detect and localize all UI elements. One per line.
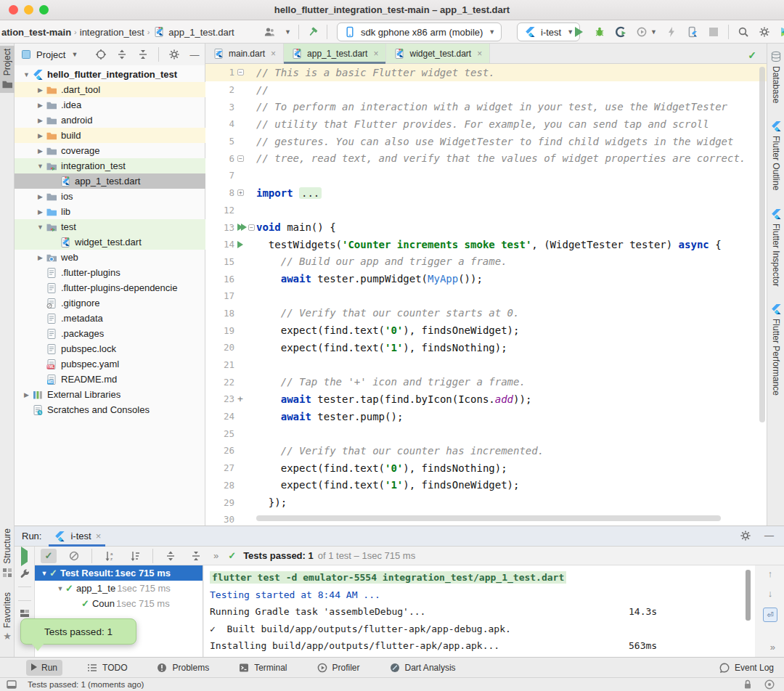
lock-icon[interactable] bbox=[742, 679, 754, 690]
hide-panel-icon[interactable]: — bbox=[189, 49, 199, 60]
highlight-level-icon[interactable] bbox=[764, 679, 775, 690]
fold-marker-icon[interactable]: − bbox=[237, 69, 244, 75]
chevron-down-icon[interactable]: ▼ bbox=[285, 28, 291, 36]
sort-by-duration-icon[interactable] bbox=[127, 549, 143, 563]
project-tree-item[interactable]: ▼test bbox=[15, 219, 205, 234]
collapse-all-icon[interactable] bbox=[188, 549, 204, 563]
project-tree-item[interactable]: .flutter-plugins bbox=[15, 265, 205, 280]
code-line-13[interactable]: 13−void main() { bbox=[205, 218, 767, 236]
flutter-attach-icon[interactable] bbox=[686, 25, 699, 38]
project-tree-item[interactable]: ▶.dart_tool bbox=[15, 82, 205, 97]
code-line-26[interactable]: 26 // Verify that our counter has increm… bbox=[205, 442, 767, 459]
project-tree-item[interactable]: pubspec.lock bbox=[15, 341, 205, 356]
tool-window-button-flutter-performance[interactable]: Flutter Performance bbox=[767, 296, 784, 406]
project-tree-item[interactable]: ▶build bbox=[15, 128, 205, 143]
close-window-icon[interactable] bbox=[9, 5, 18, 15]
fold-marker-icon[interactable]: − bbox=[237, 155, 244, 162]
tree-collapse-arrow[interactable]: ▼ bbox=[22, 71, 31, 78]
tool-window-button-dart-analysis[interactable]: Dart Analysis bbox=[384, 660, 461, 676]
tool-window-switcher-icon[interactable] bbox=[6, 679, 17, 690]
tree-expand-arrow[interactable]: ▶ bbox=[36, 254, 45, 261]
code-line-22[interactable]: 22 // Tap the '+' icon and trigger a fra… bbox=[205, 373, 767, 391]
code-line-6[interactable]: 6−// tree, read text, and verify that th… bbox=[205, 150, 767, 167]
code-line-15[interactable]: 15 // Build our app and trigger a frame. bbox=[205, 253, 767, 271]
project-tree-item[interactable]: .metadata bbox=[15, 311, 205, 326]
project-tree-item[interactable]: ▶android bbox=[15, 113, 205, 128]
test-tree-item[interactable]: ✓Coun1sec 715 ms bbox=[35, 596, 203, 611]
tool-window-button-project[interactable]: Project bbox=[0, 46, 15, 93]
chevron-down-icon[interactable]: ▼ bbox=[650, 28, 657, 36]
project-tree-item[interactable]: .packages bbox=[15, 326, 205, 341]
code-line-16[interactable]: 16 await tester.pumpWidget(MyApp()); bbox=[205, 270, 767, 287]
project-tree-item[interactable]: ▼integration_test bbox=[15, 158, 205, 173]
project-tree-item[interactable]: ▶.idea bbox=[15, 97, 205, 113]
show-ignored-icon[interactable] bbox=[66, 549, 82, 563]
tree-collapse-arrow[interactable]: ▼ bbox=[55, 585, 65, 592]
settings-gear-icon[interactable] bbox=[758, 25, 771, 38]
code-line-27[interactable]: 27 expect(find.text('0'), findsNothing); bbox=[205, 459, 767, 477]
tool-window-button-favorites[interactable]: Favorites ★ bbox=[0, 589, 15, 645]
tree-collapse-arrow[interactable]: ▼ bbox=[36, 163, 45, 170]
tree-expand-arrow[interactable]: ▶ bbox=[36, 208, 45, 216]
run-config-selector[interactable]: i-test ▼ bbox=[517, 23, 580, 41]
scroll-up-icon[interactable]: ↑ bbox=[768, 568, 773, 579]
editor-vertical-scrollbar[interactable] bbox=[759, 67, 765, 422]
code-line-14[interactable]: 14 testWidgets('Counter increments smoke… bbox=[205, 236, 767, 253]
locate-file-icon[interactable] bbox=[95, 49, 107, 60]
project-tree-item[interactable]: ▶External Libraries bbox=[15, 387, 205, 402]
code-line-12[interactable]: 12 bbox=[205, 202, 767, 219]
hide-panel-icon[interactable]: — bbox=[764, 530, 774, 541]
editor-horizontal-scrollbar[interactable] bbox=[256, 515, 721, 521]
gear-icon[interactable] bbox=[168, 49, 180, 60]
soft-wrap-icon[interactable]: ⏎ bbox=[763, 608, 777, 622]
code-line-24[interactable]: 24 await tester.pump(); bbox=[205, 408, 767, 425]
collapse-all-icon[interactable] bbox=[137, 49, 149, 60]
sort-alphabetically-icon[interactable]: az bbox=[102, 549, 118, 563]
scroll-down-icon[interactable]: ↓ bbox=[768, 588, 773, 599]
editor-tab-widget_test-dart[interactable]: widget_test.dart× bbox=[386, 44, 490, 63]
tests-passed-balloon[interactable]: Tests passed: 1 bbox=[20, 618, 136, 645]
device-selector[interactable]: sdk gphone x86 arm (mobile) ▼ bbox=[337, 23, 502, 41]
breadcrumb-project[interactable]: ation_test-main bbox=[1, 27, 71, 38]
project-tree-item[interactable]: ▼hello_flutter_integration_test bbox=[15, 67, 205, 82]
test-tree-item[interactable]: ▼✓app_1_te1sec 715 ms bbox=[35, 581, 203, 596]
tool-window-button-event-log[interactable]: Event Log bbox=[719, 662, 774, 674]
tree-expand-arrow[interactable]: ▶ bbox=[36, 86, 45, 94]
show-passed-icon[interactable]: ✓ bbox=[41, 549, 57, 563]
run-console[interactable]: flutter test -d emulator-5554 integratio… bbox=[204, 565, 755, 657]
more-actions-icon[interactable]: » bbox=[213, 550, 219, 561]
project-tree-item[interactable]: ▶web bbox=[15, 250, 205, 265]
console-more-icon[interactable]: » bbox=[770, 642, 775, 653]
minimize-window-icon[interactable] bbox=[24, 5, 33, 15]
stop-button[interactable] bbox=[707, 25, 720, 38]
code-line-2[interactable]: 2// bbox=[205, 81, 767, 99]
editor-tab-app_1_test-dart[interactable]: app_1_test.dart× bbox=[284, 44, 386, 63]
code-line-25[interactable]: 25 bbox=[205, 425, 767, 442]
tree-expand-arrow[interactable]: ▶ bbox=[22, 391, 31, 398]
project-tree-item[interactable]: ▶lib bbox=[15, 204, 205, 219]
code-line-21[interactable]: 21 bbox=[205, 356, 767, 374]
tool-window-button-profiler[interactable]: Profiler bbox=[311, 660, 365, 676]
code-line-29[interactable]: 29 }); bbox=[205, 494, 767, 511]
code-line-3[interactable]: 3// To perform an interaction with a wid… bbox=[205, 98, 767, 115]
fold-marker-icon[interactable]: + bbox=[237, 189, 244, 196]
expand-all-icon[interactable] bbox=[163, 549, 179, 563]
restore-layout-icon[interactable] bbox=[19, 608, 30, 619]
close-tab-icon[interactable]: × bbox=[373, 49, 378, 59]
breadcrumb-folder[interactable]: integration_test bbox=[80, 27, 144, 38]
close-tab-icon[interactable]: × bbox=[271, 49, 276, 59]
code-line-4[interactable]: 4// utility that Flutter provides. For e… bbox=[205, 115, 767, 133]
run-button[interactable] bbox=[572, 25, 585, 38]
tool-window-button-database[interactable]: Database bbox=[767, 44, 784, 113]
close-tab-icon[interactable]: × bbox=[477, 49, 482, 59]
close-icon[interactable]: × bbox=[96, 531, 102, 541]
inspections-ok-icon[interactable]: ✓ bbox=[748, 49, 756, 61]
zoom-window-icon[interactable] bbox=[39, 5, 49, 15]
tool-window-button-terminal[interactable]: Terminal bbox=[233, 660, 292, 676]
tree-expand-arrow[interactable]: ▶ bbox=[36, 102, 45, 109]
project-tree-item[interactable]: MDREADME.md bbox=[15, 372, 205, 387]
project-tree-item[interactable]: Scratches and Consoles bbox=[15, 402, 205, 417]
test-tree-item[interactable]: ▼✓Test Result:1sec 715 ms bbox=[35, 565, 203, 581]
tree-collapse-arrow[interactable]: ▼ bbox=[39, 570, 49, 577]
project-tree-item[interactable]: app_1_test.dart bbox=[15, 173, 205, 189]
